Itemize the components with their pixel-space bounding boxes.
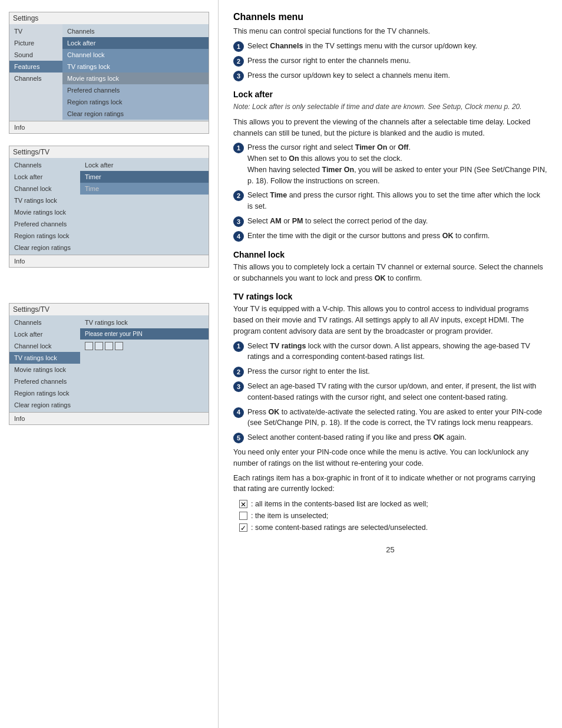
- nav-channels[interactable]: Channels: [9, 73, 62, 84]
- box3-nav-regionratings[interactable]: Region ratings lock: [9, 387, 80, 399]
- partial-icon: [239, 523, 247, 532]
- box3-title: Settings/TV: [9, 304, 209, 315]
- box3-nav-channellock[interactable]: Channel lock: [9, 340, 80, 352]
- tvratings-step-5: 5 Select another content-based rating if…: [233, 432, 547, 443]
- pin-box-3: [105, 342, 113, 350]
- box2-nav-tvratings[interactable]: TV ratings lock: [9, 195, 80, 206]
- box3-nav-prefchannels[interactable]: Prefered channels: [9, 375, 80, 387]
- box3-nav-tvratings[interactable]: TV ratings lock: [9, 352, 80, 364]
- lockafter-step-content-1: Press the cursor right and select Timer …: [247, 142, 547, 186]
- tvratings-step-content-4: Press OK to activate/de-activate the sel…: [247, 407, 547, 429]
- box3-nav-movieratings[interactable]: Movie ratings lock: [9, 364, 80, 375]
- tvratings-step-num-5: 5: [233, 433, 244, 443]
- step-num-3: 3: [233, 71, 244, 81]
- pin-box-2: [95, 342, 103, 350]
- box3-info: Info: [9, 412, 209, 424]
- menu-prefered-channels[interactable]: Prefered channels: [62, 84, 209, 96]
- nav-features[interactable]: Features: [9, 61, 62, 73]
- step-content-2: Press the cursor right to enter the chan…: [247, 55, 547, 67]
- step-2: 2 Press the cursor right to enter the ch…: [233, 55, 547, 67]
- box1-info: Info: [9, 121, 209, 133]
- lockafter-step-num-3: 3: [233, 216, 244, 227]
- section1-para: This allows you to prevent the viewing o…: [233, 117, 547, 139]
- settings-box-1: Settings TV Picture Sound Features Chann…: [9, 12, 209, 134]
- left-panel: Settings TV Picture Sound Features Chann…: [0, 0, 218, 728]
- lockafter-step-4: 4 Enter the time with the digit or the c…: [233, 230, 547, 242]
- box2-left-col: Channels Lock after Channel lock TV rati…: [9, 158, 80, 255]
- step-content-1: Select Channels in the TV settings menu …: [247, 41, 547, 52]
- tvratings-step-1: 1 Select TV ratings lock with the cursor…: [233, 341, 547, 363]
- box2-nav-movieratings[interactable]: Movie ratings lock: [9, 206, 80, 218]
- menu-tv-ratings[interactable]: TV ratings lock: [62, 61, 209, 73]
- box2-right-label: Lock after: [80, 159, 209, 171]
- tvratings-step-num-1: 1: [233, 341, 244, 352]
- box3-pin-prompt: Please enter your PIN: [80, 328, 209, 340]
- lockafter-step-3: 3 Select AM or PM to select the correct …: [233, 216, 547, 227]
- box3-nav-lockafter[interactable]: Lock after: [9, 328, 80, 340]
- box2-right-col: Lock after Timer Time: [80, 158, 209, 255]
- menu-region-ratings[interactable]: Region ratings lock: [62, 96, 209, 108]
- bullet-text-partial: : some content-based ratings are selecte…: [251, 522, 428, 533]
- box3-nav-clearregion[interactable]: Clear region ratings: [9, 399, 80, 411]
- tvratings-step-content-3: Select an age-based TV rating with the c…: [247, 381, 547, 403]
- box3-right-col: TV ratings lock Please enter your PIN: [80, 315, 209, 412]
- lockafter-step-content-4: Enter the time with the digit or the cur…: [247, 230, 547, 242]
- bullet-list-icons: : all items in the contents-based list a…: [239, 498, 547, 533]
- menu-movie-ratings[interactable]: Movie ratings lock: [62, 73, 209, 84]
- checked-icon: [239, 500, 247, 508]
- main-title: Channels menu: [233, 12, 547, 22]
- nav-picture[interactable]: Picture: [9, 37, 62, 49]
- tvratings-step-2: 2 Press the cursor right to enter the li…: [233, 366, 547, 377]
- pin-box-1: [85, 342, 93, 350]
- tvratings-step-content-5: Select another content-based rating if y…: [247, 432, 547, 443]
- box2-nav-clearregion[interactable]: Clear region ratings: [9, 242, 80, 253]
- menu-clear-region[interactable]: Clear region ratings: [62, 108, 209, 120]
- section3-para1: Your TV is equipped with a V-chip. This …: [233, 304, 547, 337]
- steps-channels: 1 Select Channels in the TV settings men…: [233, 41, 547, 81]
- box2-nav-lockafter[interactable]: Lock after: [9, 171, 80, 183]
- tvratings-step-4: 4 Press OK to activate/de-activate the s…: [233, 407, 547, 429]
- box3-nav-channels[interactable]: Channels: [9, 317, 80, 328]
- bullet-text-empty: : the item is unselected;: [251, 510, 328, 522]
- box2-nav-regionratings[interactable]: Region ratings lock: [9, 230, 80, 242]
- step-1: 1 Select Channels in the TV settings men…: [233, 41, 547, 52]
- nav-sound[interactable]: Sound: [9, 49, 62, 61]
- section3-para2: You need only enter your PIN-code once w…: [233, 447, 547, 469]
- lockafter-step-2: 2 Select Time and press the cursor right…: [233, 190, 547, 212]
- section3-para3: Each ratings item has a box-graphic in f…: [233, 473, 547, 495]
- tvratings-step-num-3: 3: [233, 381, 244, 392]
- section2-para: This allows you to completely lock a cer…: [233, 262, 547, 284]
- lockafter-step-content-2: Select Time and press the cursor right. …: [247, 190, 547, 212]
- tvratings-step-num-4: 4: [233, 407, 244, 418]
- right-panel: Channels menu This menu can control spec…: [218, 0, 562, 728]
- page-number: 25: [233, 545, 547, 554]
- bullet-item-partial: : some content-based ratings are selecte…: [239, 522, 547, 533]
- menu-channels[interactable]: Channels: [62, 25, 209, 37]
- tvratings-step-content-1: Select TV ratings lock with the cursor d…: [247, 341, 547, 363]
- settings-box-3: Settings/TV Channels Lock after Channel …: [9, 303, 209, 425]
- box2-nav-channellock[interactable]: Channel lock: [9, 183, 80, 195]
- empty-icon: [239, 512, 247, 520]
- step-3: 3 Press the cursor up/down key to select…: [233, 70, 547, 81]
- menu-channel-lock[interactable]: Channel lock: [62, 49, 209, 61]
- menu-lock-after[interactable]: Lock after: [62, 37, 209, 49]
- box2-nav-prefchannels[interactable]: Prefered channels: [9, 218, 80, 230]
- step-content-3: Press the cursor up/down key to select a…: [247, 70, 547, 81]
- box3-pin-boxes[interactable]: [80, 340, 209, 353]
- box2-nav-channels[interactable]: Channels: [9, 159, 80, 171]
- box2-title: Settings/TV: [9, 146, 209, 158]
- lockafter-step-content-3: Select AM or PM to select the correct pe…: [247, 216, 547, 227]
- nav-tv[interactable]: TV: [9, 25, 62, 37]
- box1-right-col: Channels Lock after Channel lock TV rati…: [62, 24, 209, 121]
- lockafter-step-num-2: 2: [233, 190, 244, 201]
- steps-tvratings: 1 Select TV ratings lock with the cursor…: [233, 341, 547, 444]
- section2-title: Channel lock: [233, 250, 547, 259]
- box1-title: Settings: [9, 12, 209, 24]
- box2-menu-timer[interactable]: Timer: [80, 171, 209, 183]
- section1-note: Note: Lock after is only selectable if t…: [233, 101, 547, 112]
- box2-menu-time[interactable]: Time: [80, 183, 209, 195]
- section3-title: TV ratings lock: [233, 292, 547, 301]
- step-num-1: 1: [233, 41, 244, 52]
- tvratings-step-num-2: 2: [233, 367, 244, 377]
- section1-title: Lock after: [233, 90, 547, 99]
